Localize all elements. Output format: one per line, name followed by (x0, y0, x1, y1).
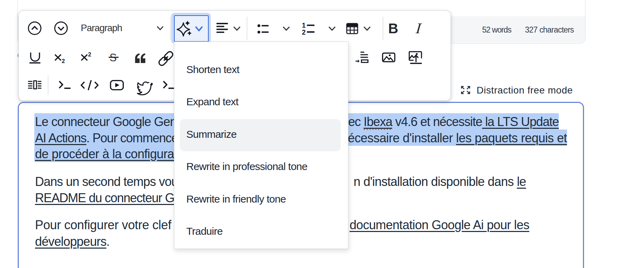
svg-text:1: 1 (302, 21, 306, 29)
svg-text:2: 2 (62, 58, 65, 64)
svg-text:2: 2 (88, 51, 91, 57)
svg-text:B: B (388, 21, 398, 36)
svg-text:I: I (415, 20, 423, 36)
svg-text:Paragraph: Paragraph (81, 23, 122, 33)
svg-text:2: 2 (302, 28, 306, 36)
